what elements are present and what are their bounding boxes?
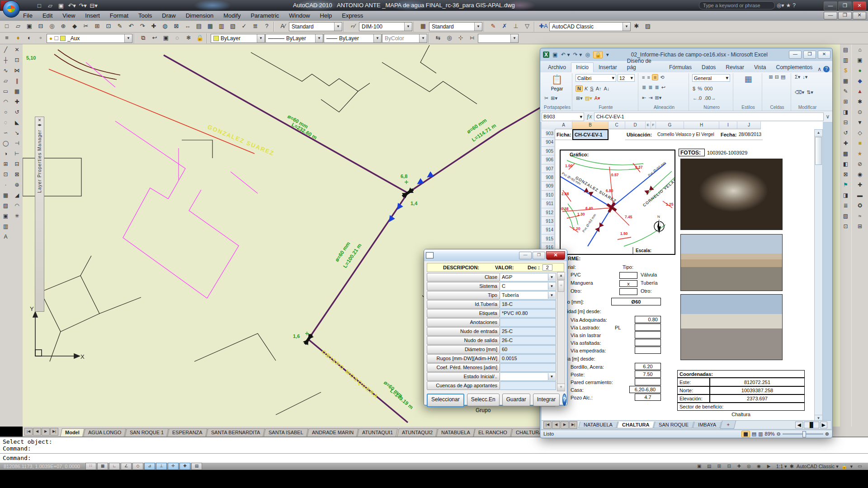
- search-binoculars-icon[interactable]: ◎▾: [777, 2, 784, 9]
- menu-item[interactable]: Window: [284, 11, 315, 21]
- panel-icon[interactable]: ■: [855, 139, 865, 149]
- view-normal-icon[interactable]: ▦: [741, 431, 750, 437]
- toolbar-icon[interactable]: ✂: [80, 21, 91, 32]
- close-button[interactable]: ✕: [853, 1, 866, 10]
- draw-tool-icon[interactable]: ·: [0, 180, 11, 191]
- modify-tool-icon[interactable]: ◠: [12, 201, 22, 211]
- status-toggle[interactable]: ⊿: [144, 463, 155, 470]
- view-pagebreak-icon[interactable]: ▥: [758, 431, 763, 437]
- status-icon[interactable]: ⊟: [725, 463, 734, 469]
- panel-icon[interactable]: ⊠: [840, 170, 851, 180]
- hscroll-right-icon[interactable]: ▶: [820, 422, 827, 428]
- status-toggle[interactable]: ▤: [191, 463, 202, 470]
- bold-button[interactable]: N: [576, 85, 583, 92]
- column-header[interactable]: G: [656, 122, 684, 129]
- toolbar-icon[interactable]: ◆: [69, 21, 80, 32]
- seleccionar-button[interactable]: Seleccionar: [427, 394, 464, 407]
- plot-icon[interactable]: ⊟▾: [90, 2, 98, 9]
- panel-icon[interactable]: ▼: [855, 118, 865, 128]
- draw-tool-icon[interactable]: ┼: [0, 56, 11, 66]
- tool-icon[interactable]: ✗: [499, 21, 510, 32]
- dialog-titlebar[interactable]: — ❐ ✕: [424, 249, 567, 261]
- layer-properties-palette[interactable]: ✕ ◂▸ Layer Properties Manager: [35, 117, 44, 312]
- modify-tool-icon[interactable]: ⊟: [12, 160, 22, 170]
- sheet-tab[interactable]: NATABUELA: [578, 422, 618, 428]
- percent-icon[interactable]: %: [697, 86, 703, 91]
- draw-tool-icon[interactable]: ◠: [0, 97, 11, 108]
- annotation-icon[interactable]: ✚A: [538, 21, 549, 32]
- ribbon-tab[interactable]: Diseño de pág: [622, 56, 664, 72]
- toolbar-icon[interactable]: ↶: [126, 21, 137, 32]
- layout-tab[interactable]: ATUNTAQUI2: [397, 428, 438, 436]
- status-icon[interactable]: ⊞: [715, 463, 724, 469]
- row-header[interactable]: 915: [542, 235, 555, 243]
- field-value[interactable]: ▼: [500, 363, 556, 372]
- layout-tab[interactable]: ANDRADE MARIN: [307, 428, 359, 436]
- help-icon[interactable]: ?: [793, 2, 796, 9]
- currency-icon[interactable]: $: [692, 86, 696, 91]
- row-header[interactable]: 911: [542, 199, 555, 208]
- panel-icon[interactable]: ⊘: [855, 160, 865, 170]
- panel-icon[interactable]: ✚: [855, 180, 865, 191]
- field-value[interactable]: 25-C ▼: [500, 327, 556, 336]
- status-toggle[interactable]: ⊥: [156, 463, 167, 470]
- row-header[interactable]: 910: [542, 191, 555, 199]
- modify-tool-icon[interactable]: ✕: [12, 45, 22, 56]
- menu-item[interactable]: File: [18, 11, 38, 21]
- color-combo[interactable]: ByLayer▼: [211, 34, 265, 43]
- collapse-ribbon-icon[interactable]: ∧: [817, 66, 821, 72]
- infocenter-search-input[interactable]: Type a keyword or phrase: [699, 1, 775, 9]
- modify-tool-icon[interactable]: ⊡: [12, 56, 22, 66]
- toolbar-icon[interactable]: ✎: [114, 21, 125, 32]
- panel-icon[interactable]: ≈: [855, 211, 865, 222]
- vertical-scrollbar[interactable]: ▲ ▼: [814, 129, 823, 422]
- menu-item[interactable]: Express: [337, 11, 368, 21]
- start-button[interactable]: [3, 0, 20, 18]
- excel-close-button[interactable]: ✕: [818, 51, 830, 59]
- layout-tab[interactable]: SAN ROQUE 1: [125, 428, 169, 436]
- toolbar-icon[interactable]: ⊕: [58, 21, 69, 32]
- list-icon[interactable]: ∺: [467, 33, 477, 44]
- modify-tool-icon[interactable]: ⊢: [12, 149, 22, 160]
- layer-combo[interactable]: ●☐ _Aux▼: [47, 34, 132, 43]
- align-bottom-icon[interactable]: ≡: [652, 74, 658, 80]
- paste-icon[interactable]: 📋: [552, 74, 563, 85]
- make-layer-icon[interactable]: ⧉: [138, 33, 149, 44]
- field-value[interactable]: C ▼: [500, 282, 556, 291]
- column-header[interactable]: H: [684, 122, 719, 129]
- ribbon-tab[interactable]: Inicio: [571, 62, 594, 72]
- toolbar-icon[interactable]: ▱: [13, 21, 24, 32]
- ribbon-tab[interactable]: Fórmulas: [664, 62, 697, 72]
- status-toggle[interactable]: ∟: [109, 463, 120, 470]
- menu-item[interactable]: Format: [105, 11, 133, 21]
- panel-icon[interactable]: ◨: [840, 191, 851, 201]
- align-middle-icon[interactable]: ≡: [646, 75, 650, 80]
- save-icon[interactable]: ▣: [57, 2, 65, 9]
- draw-tool-icon[interactable]: ▨: [0, 201, 11, 211]
- lineweight-combo[interactable]: ——ByLayer▼: [324, 34, 382, 43]
- row-header[interactable]: 906: [542, 155, 555, 164]
- chevron-down-icon[interactable]: ▼: [548, 373, 555, 380]
- draw-tool-icon[interactable]: ∿: [0, 66, 11, 76]
- modify-tool-icon[interactable]: ⋈: [12, 66, 22, 76]
- panel-icon[interactable]: ▩: [840, 149, 851, 160]
- sheet-tab[interactable]: CHALTURA: [617, 422, 655, 428]
- minimize-button[interactable]: —: [824, 1, 837, 10]
- new-icon[interactable]: □: [35, 2, 43, 9]
- layer-states-icon[interactable]: ♦: [13, 33, 24, 44]
- field-value[interactable]: ▼: [500, 318, 556, 327]
- sort-filter-icon[interactable]: ⇅▾: [806, 89, 814, 95]
- toolbar-icon[interactable]: ⊟: [35, 21, 46, 32]
- doc-restore-button[interactable]: ❐: [838, 12, 852, 19]
- format-cells-icon[interactable]: ▤: [780, 74, 786, 80]
- cell-ubicacion-label[interactable]: Ubicación:: [625, 129, 656, 140]
- layer-lock-icon[interactable]: 🔒: [194, 33, 205, 44]
- modify-tool-icon[interactable]: ∥: [12, 76, 22, 87]
- panel-icon[interactable]: ★: [855, 149, 865, 160]
- status-toggle[interactable]: ∠: [121, 463, 132, 470]
- field-value[interactable]: 0.0015 ▼: [500, 354, 556, 363]
- shrink-font-icon[interactable]: A↓: [603, 86, 610, 91]
- menu-item[interactable]: View: [57, 11, 80, 21]
- view-layout-icon[interactable]: ▤: [752, 431, 756, 437]
- sheet-tab-nav[interactable]: |◀◀▶▶|: [543, 421, 577, 429]
